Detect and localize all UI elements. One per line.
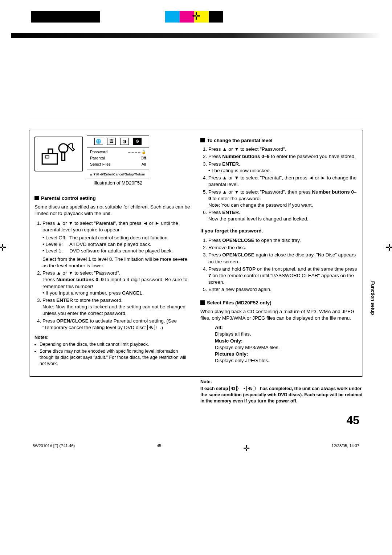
level-text: DVD software for adults cannot be played…: [69, 248, 173, 254]
intro-text: Some discs are specified as not suitable…: [34, 204, 192, 217]
note-heading: Note:: [200, 379, 363, 385]
step: Press ENTER.• The rating is now unlocked…: [208, 161, 358, 174]
t: to enter the password.: [211, 196, 261, 201]
menu-hint: ▲▼/0~9/Enter/Cancel/Setup/Return: [87, 170, 149, 177]
step-text: Press: [42, 277, 56, 282]
page-ref: 46: [147, 325, 155, 330]
forgot-steps: Press OPEN/CLOSE to open the disc tray. …: [200, 237, 358, 293]
step-text: • If you input a wrong number, press: [42, 290, 122, 296]
t: • The rating is now unlocked.: [208, 168, 271, 173]
bold-text: CANCEL: [122, 290, 142, 296]
crop-mark-bottom-icon: ✛: [243, 443, 250, 454]
crop-mark-left-icon: ✛: [0, 241, 7, 254]
t: Press: [208, 210, 222, 215]
level-text: The parental control setting does not fu…: [69, 235, 169, 241]
swatch-black: [31, 11, 100, 23]
bold-text: OPEN/CLOSE: [56, 318, 89, 324]
step: Press ▲ or ▼ to select "Parental", then …: [208, 175, 358, 188]
t: .: [239, 210, 240, 215]
lock-icon: 🔒: [142, 150, 146, 154]
menu-tab-icons: 🌐 🖼 ◑ ⚙: [87, 137, 149, 147]
step: Press OPEN/CLOSE to open the disc tray.: [208, 237, 358, 244]
step: Press ▲ or ▼ to select "Password".: [208, 146, 358, 153]
step-text: .): [160, 325, 163, 330]
t: ~: [241, 386, 246, 391]
menu-screen-wrap: 🌐 🖼 ◑ ⚙ Password– – – – 🔒 ParentalOff Se…: [87, 135, 149, 193]
gradient-bar: [11, 33, 381, 38]
t: Now the parental level is changed and lo…: [208, 216, 308, 222]
t: on the front panel, and at the same time…: [256, 266, 357, 272]
menu-label: Parental: [90, 155, 105, 161]
setup-icon: [34, 137, 83, 171]
step: Remove the disc.: [208, 244, 358, 251]
select-files-intro: When playing back a CD containing a mixt…: [200, 308, 358, 321]
t: Press and hold: [208, 266, 242, 272]
illustration-row: 🌐 🖼 ◑ ⚙ Password– – – – 🔒 ParentalOff Se…: [34, 135, 192, 193]
final-note-block: Note: If each setup 43〉 ~ 45〉 has comple…: [200, 379, 363, 404]
level-label: • Level 8:: [42, 241, 69, 248]
section-tab: Function setup: [369, 281, 376, 315]
t: If each setup: [200, 386, 229, 391]
globe-icon: 🌐: [94, 138, 103, 145]
menu-value: – – – –: [128, 150, 140, 154]
step-text: Press: [42, 297, 56, 303]
menu-label: Password: [90, 149, 107, 155]
t: Note: You can change the password if you…: [208, 202, 313, 208]
note-item: Some discs may not be encoded with speci…: [40, 348, 192, 367]
illustration-caption: Illustration of MD20F52: [87, 180, 149, 186]
notes-heading: Notes:: [34, 335, 192, 341]
notes-list: Depending on the discs, the unit cannot …: [34, 341, 192, 367]
section-heading: To change the parental level: [200, 137, 358, 144]
menu-value: All: [142, 162, 146, 167]
bold-text: Number buttons 0–9: [56, 277, 104, 282]
footer-right: 12/23/05, 14:37: [332, 443, 359, 454]
level-label: • Level 1:: [42, 248, 69, 254]
t: .: [239, 161, 240, 167]
step: Enter a new password again.: [208, 286, 358, 293]
opt-text: Displays only JPEG files.: [215, 357, 358, 364]
step-3: Press ENTER to store the password. Note:…: [42, 297, 192, 317]
footer-center: 45: [157, 443, 161, 454]
step: Press and hold STOP on the front panel, …: [208, 266, 358, 286]
t: Press: [208, 161, 222, 167]
opt-heading: Music Only:: [215, 338, 243, 344]
bold-text: Number buttons 0–9: [222, 154, 270, 159]
bold-text: ENTER: [222, 161, 239, 167]
step-2: Press ▲ or ▼ to select "Password". Press…: [42, 270, 192, 296]
menu-value: Off: [141, 155, 146, 161]
t: to enter the password you have stored.: [270, 154, 356, 159]
page-ref: 45: [246, 386, 254, 391]
step-1: Press ▲ or ▼ to select "Parental", then …: [42, 220, 192, 270]
print-footer: 5W20101A [E] (P41-46) 45 ✛ 12/23/05, 14:…: [0, 443, 392, 463]
t: to open the disc tray.: [254, 238, 301, 243]
picture-icon: 🖼: [107, 138, 116, 145]
settings-tab-icon: ⚙: [133, 138, 142, 145]
bold-text: OPEN/CLOSE: [222, 252, 254, 258]
step: Press ENTER.Now the parental level is ch…: [208, 209, 358, 222]
t: Press: [208, 238, 222, 243]
step: Press Number buttons 0–9 to enter the pa…: [208, 153, 358, 160]
step-text: Press ▲ or ▼ to select "Password".: [42, 270, 121, 276]
menu-rows: Password– – – – 🔒 ParentalOff Select Fil…: [87, 147, 149, 168]
opt-text: Displays all files.: [215, 331, 358, 337]
menu-label: Select Files: [90, 162, 111, 167]
footer-left: 5W20101A [E] (P41-46): [33, 443, 75, 454]
note-item: Depending on the discs, the unit cannot …: [40, 341, 192, 348]
step-text: Press: [42, 318, 56, 324]
t: Press: [208, 154, 222, 159]
swatch-black2: [209, 11, 223, 23]
forgot-heading: If you forget the password.: [200, 228, 358, 234]
svg-point-2: [59, 144, 68, 153]
opt-heading: Pictures Only:: [215, 351, 248, 357]
swatch-gap: [100, 11, 165, 23]
page-number: 45: [29, 413, 363, 428]
change-level-steps: Press ▲ or ▼ to select "Password". Press…: [200, 146, 358, 222]
bold-text: ENTER: [56, 297, 73, 303]
level-text: All DVD software can be played back.: [69, 241, 151, 248]
tools-glyph-icon: [40, 141, 78, 167]
step-text: to store the password.: [73, 297, 123, 303]
level-label: • Level Off:: [42, 235, 69, 241]
bold-text: STOP: [242, 266, 256, 272]
step: Press OPEN/CLOSE again to close the disc…: [208, 252, 358, 265]
select-files-options: All: Displays all files. Music Only: Dis…: [200, 324, 358, 364]
